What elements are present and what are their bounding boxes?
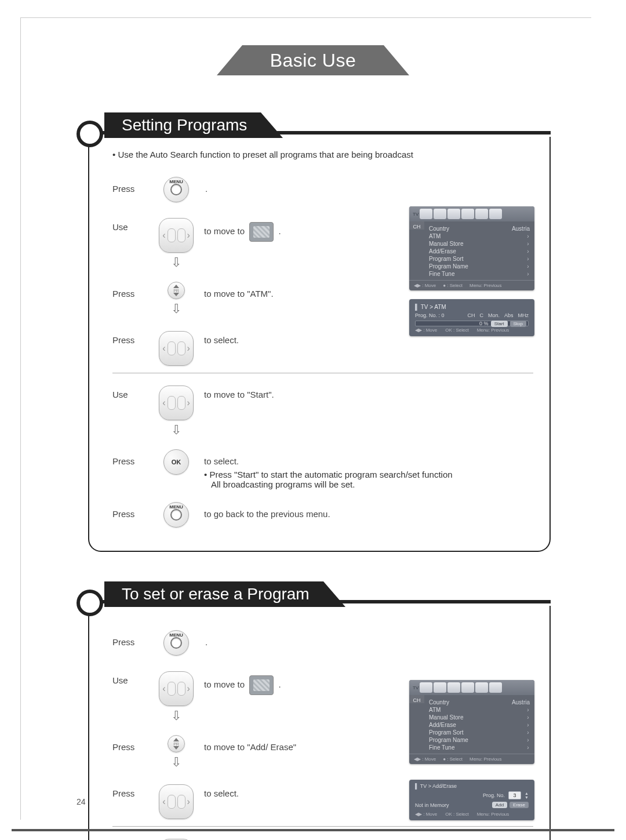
step-text: to select. — [195, 328, 533, 345]
step-subnote: Press "Start" to start the automatic pro… — [204, 470, 533, 489]
step-word: Press — [112, 781, 158, 798]
step-text: . — [195, 630, 533, 647]
step: Press OK to select. Press "Start" to sta… — [112, 443, 533, 496]
step: Use ‹›⇩ to move to . — [112, 663, 533, 729]
step: Press PR⇩ to move to "ATM". — [112, 276, 533, 322]
down-arrow-icon: ⇩ — [171, 756, 181, 769]
section-intro: Use the Auto Search function to preset a… — [112, 150, 533, 159]
step-text: to move to "Add/ Erase" — [195, 735, 533, 752]
step-word: Use — [112, 836, 158, 840]
step-text: to select. — [195, 781, 533, 798]
step: Use ‹›⇩ to move to . — [112, 209, 533, 276]
step-text: to select. Press "Start" to start the au… — [195, 449, 533, 489]
up-down-rocker-icon: PR — [168, 735, 185, 752]
section-header: To set or erase a Program — [88, 579, 551, 607]
page-number: 24 — [77, 797, 86, 806]
ok-button-icon: OK — [163, 449, 189, 475]
step-text: to move to "ATM". — [195, 282, 533, 299]
step-word: Press — [112, 502, 158, 519]
step-word: Press — [112, 630, 158, 647]
left-right-rocker-icon: ‹› — [159, 671, 194, 706]
step: Press ‹› to select. — [112, 322, 533, 373]
step: Press ‹› to select. — [112, 776, 533, 826]
step-word: Use — [112, 668, 158, 685]
content: Setting Programs Use the Auto Search fun… — [75, 110, 551, 840]
step-text: . — [195, 177, 533, 194]
down-arrow-icon: ⇩ — [171, 710, 181, 722]
section-header: Setting Programs — [88, 110, 551, 138]
menu-button-icon: MENU — [163, 502, 189, 528]
step-text: to move to "Add" or "Erase". — [195, 836, 533, 840]
section-panel: Use the Auto Search function to preset a… — [88, 137, 551, 552]
step: Press MENU to go back to the previous me… — [112, 496, 533, 534]
left-right-rocker-icon: ‹› — [159, 218, 194, 253]
menu-button-icon: MENU — [163, 630, 189, 656]
tv-screen-icon — [249, 222, 274, 242]
down-arrow-icon: ⇩ — [171, 424, 181, 437]
section-setting-programs: Setting Programs Use the Auto Search fun… — [75, 110, 551, 553]
section-title: Setting Programs — [104, 112, 261, 138]
section-bullet-circle — [77, 121, 103, 147]
step-text: to move to . — [195, 668, 533, 695]
footer-rule — [12, 829, 614, 831]
step-word: Press — [112, 449, 158, 466]
step-text: to move to . — [195, 215, 533, 242]
step-word: Press — [112, 282, 158, 299]
section-title: To set or erase a Program — [104, 581, 323, 607]
step-text: to go back to the previous menu. — [195, 502, 533, 519]
up-down-rocker-icon: PR — [168, 282, 185, 299]
tv-screen-icon — [249, 675, 274, 695]
left-right-rocker-icon: ‹› — [159, 331, 194, 366]
step-word: Press — [112, 328, 158, 345]
down-arrow-icon: ⇩ — [171, 303, 181, 315]
step: Press PR⇩ to move to "Add/ Erase" — [112, 729, 533, 776]
step-word: Press — [112, 177, 158, 194]
section-panel: TV CH CountryAustria ATM› Manual Store› … — [88, 606, 551, 840]
step-word: Use — [112, 215, 158, 232]
menu-button-icon: MENU — [163, 177, 189, 202]
section-bullet-circle — [77, 590, 103, 616]
step-word: Use — [112, 383, 158, 399]
left-right-rocker-icon: ‹› — [159, 784, 194, 819]
step-text: to move to "Start". — [195, 383, 533, 399]
step: Press MENU . — [112, 624, 533, 663]
step: Use ‹›⇩ to move to "Start". — [112, 373, 533, 443]
step: Press MENU . — [112, 171, 533, 209]
step: Use ‹›⇩ to move to "Add" or "Erase". — [112, 826, 533, 840]
step-word: Press — [112, 735, 158, 752]
section-set-erase-program: To set or erase a Program TV CH CountryA… — [75, 579, 551, 840]
down-arrow-icon: ⇩ — [171, 256, 181, 269]
left-right-rocker-icon: ‹› — [159, 386, 194, 420]
